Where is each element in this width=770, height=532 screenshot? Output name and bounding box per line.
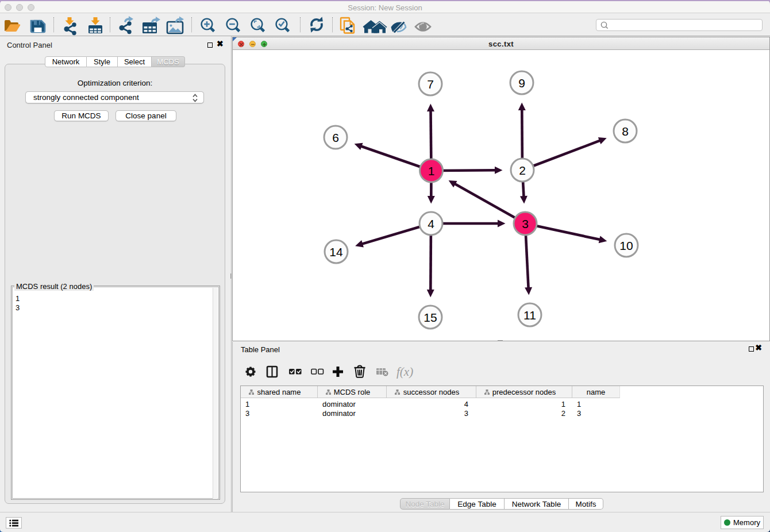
svg-text:1: 1 bbox=[428, 164, 435, 178]
svg-text:f(x): f(x) bbox=[396, 365, 413, 379]
svg-text:7: 7 bbox=[427, 78, 434, 91]
svg-text:9: 9 bbox=[518, 76, 525, 90]
svg-text:14: 14 bbox=[329, 245, 343, 259]
svg-text:10: 10 bbox=[619, 239, 633, 252]
svg-text:2: 2 bbox=[519, 164, 526, 177]
svg-text:6: 6 bbox=[332, 131, 339, 144]
svg-text:4: 4 bbox=[428, 217, 434, 230]
svg-text:11: 11 bbox=[523, 309, 536, 322]
svg-text:8: 8 bbox=[622, 125, 629, 138]
svg-text:15: 15 bbox=[424, 311, 437, 324]
svg-text:3: 3 bbox=[522, 217, 529, 230]
